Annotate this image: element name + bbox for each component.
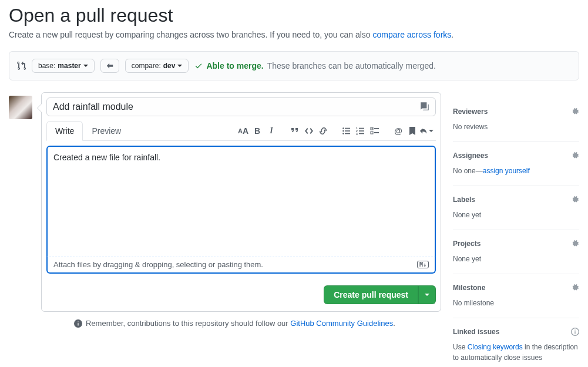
mention-icon[interactable]: @ [391, 124, 405, 138]
base-prefix: base: [38, 62, 55, 70]
sidebar-labels-header[interactable]: Labels [453, 196, 579, 204]
check-icon [194, 62, 203, 70]
sidebar-linked-body: Use Closing keywords in the description … [453, 342, 579, 363]
code-icon[interactable] [302, 124, 316, 138]
page-subtitle-post: . [451, 30, 453, 39]
svg-rect-15 [374, 132, 379, 133]
sidebar-linked-header: Linked issues [453, 328, 579, 336]
info-icon [74, 319, 82, 328]
svg-rect-9 [359, 130, 364, 132]
compare-range-box: base: master compare: dev Able to merge.… [9, 51, 579, 80]
sidebar-milestone: Milestone No milestone [453, 274, 579, 318]
base-branch-selector[interactable]: base: master [32, 59, 95, 73]
sidebar-reviewers-label: Reviewers [453, 107, 488, 116]
editor-toolbar: AA B I 123 [227, 124, 436, 138]
sidebar-projects: Projects None yet [453, 230, 579, 274]
bold-icon[interactable]: B [250, 124, 264, 138]
sidebar-reviewers-body: No reviews [453, 122, 579, 132]
contrib-post: . [393, 319, 395, 328]
cross-reference-icon[interactable] [419, 124, 434, 138]
saved-reply-icon[interactable] [405, 124, 419, 138]
caret-down-icon [425, 294, 429, 296]
sidebar: Reviewers No reviews Assignees No one—as… [453, 92, 579, 367]
sidebar-labels: Labels None yet [453, 186, 579, 230]
merge-status-desc: These branches can be automatically merg… [267, 61, 436, 70]
svg-rect-1 [345, 127, 350, 129]
svg-rect-13 [374, 128, 379, 129]
community-guidelines-link[interactable]: GitHub Community Guidelines [290, 319, 393, 328]
page-subtitle-text: Create a new pull request by comparing c… [9, 30, 372, 39]
bullet-list-icon[interactable] [340, 124, 354, 138]
sidebar-projects-label: Projects [453, 240, 481, 248]
svg-rect-3 [345, 130, 350, 132]
assign-yourself-link[interactable]: assign yourself [483, 167, 530, 175]
compare-branch-selector[interactable]: compare: dev [125, 59, 189, 73]
pr-title-input[interactable] [46, 97, 436, 116]
svg-point-4 [342, 133, 344, 134]
gear-icon[interactable] [571, 240, 579, 248]
svg-text:3: 3 [356, 132, 358, 136]
sidebar-labels-body: None yet [453, 210, 579, 220]
quote-icon[interactable] [288, 124, 302, 138]
compare-prefix: compare: [132, 62, 161, 70]
sidebar-projects-header[interactable]: Projects [453, 240, 579, 248]
merge-status: Able to merge. These branches can be aut… [194, 61, 435, 70]
create-pull-request-button[interactable]: Create pull request [324, 285, 418, 304]
info-icon[interactable] [571, 328, 579, 336]
svg-rect-7 [359, 127, 364, 129]
svg-point-0 [342, 127, 344, 129]
attach-hint-row[interactable]: Attach files by dragging & dropping, sel… [46, 257, 436, 274]
svg-point-2 [342, 130, 344, 132]
page-subtitle: Create a new pull request by comparing c… [9, 30, 579, 39]
sidebar-linked-issues: Linked issues Use Closing keywords in th… [453, 318, 579, 367]
svg-rect-5 [345, 133, 350, 134]
svg-rect-11 [359, 133, 364, 134]
gear-icon[interactable] [571, 196, 579, 204]
gear-icon[interactable] [571, 107, 579, 116]
editor-tabs: Write Preview AA B I [46, 121, 436, 141]
svg-rect-14 [371, 132, 373, 134]
tab-preview[interactable]: Preview [83, 121, 130, 140]
page-title: Open a pull request [9, 5, 579, 26]
contrib-pre: Remember, contributions to this reposito… [86, 319, 290, 328]
sidebar-reviewers-header[interactable]: Reviewers [453, 107, 579, 116]
task-list-icon[interactable] [368, 124, 382, 138]
sidebar-milestone-header[interactable]: Milestone [453, 284, 579, 292]
git-compare-icon [16, 61, 26, 70]
gear-icon[interactable] [571, 151, 579, 160]
merge-status-label: Able to merge. [206, 61, 263, 70]
caret-down-icon [177, 65, 182, 67]
create-pull-request-dropdown[interactable] [418, 285, 436, 304]
italic-icon[interactable]: I [264, 124, 278, 138]
sidebar-reviewers: Reviewers No reviews [453, 98, 579, 142]
sidebar-milestone-body: No milestone [453, 298, 579, 308]
markdown-icon[interactable]: M↓ [417, 261, 429, 268]
attach-hint-text: Attach files by dragging & dropping, sel… [53, 260, 263, 269]
sidebar-assignees-label: Assignees [453, 151, 488, 160]
sidebar-assignees-header[interactable]: Assignees [453, 151, 579, 160]
comment-box: Write Preview AA B I [41, 92, 441, 312]
link-icon[interactable] [316, 124, 330, 138]
compare-across-forks-link[interactable]: compare across forks [372, 30, 451, 39]
reference-icon[interactable] [419, 101, 430, 112]
sidebar-assignees: Assignees No one—assign yourself [453, 142, 579, 186]
sidebar-assignees-body: No one—assign yourself [453, 166, 579, 176]
caret-down-icon [83, 65, 88, 67]
sidebar-linked-label: Linked issues [453, 328, 499, 336]
base-branch-name: master [58, 62, 80, 70]
gear-icon[interactable] [571, 284, 579, 292]
heading-icon[interactable]: AA [236, 124, 250, 138]
contribution-note: Remember, contributions to this reposito… [41, 319, 441, 328]
pr-body-textarea[interactable] [46, 146, 436, 257]
compare-branch-name: dev [163, 62, 176, 70]
number-list-icon[interactable]: 123 [354, 124, 368, 138]
sidebar-labels-label: Labels [453, 196, 475, 204]
closing-keywords-link[interactable]: Closing keywords [468, 343, 523, 351]
avatar[interactable] [9, 96, 32, 119]
tab-write[interactable]: Write [46, 121, 83, 141]
sidebar-projects-body: None yet [453, 254, 579, 264]
arrow-left-icon [100, 59, 119, 73]
sidebar-milestone-label: Milestone [453, 284, 485, 292]
